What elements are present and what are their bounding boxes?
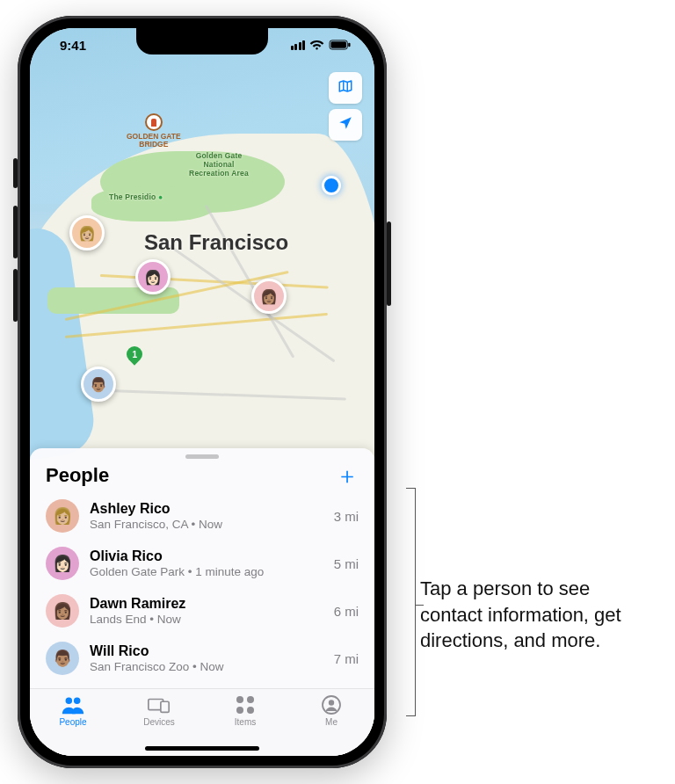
- person-name: Olivia Rico: [90, 548, 323, 565]
- svg-point-9: [236, 707, 243, 714]
- avatar-emoji: 👩🏼: [72, 218, 102, 248]
- svg-rect-1: [330, 41, 346, 47]
- devices-icon: [147, 694, 171, 715]
- home-indicator[interactable]: [145, 746, 259, 751]
- sheet-title: People: [46, 464, 109, 487]
- poi-golden-gate-bridge: GOLDEN GATE BRIDGE: [127, 113, 181, 148]
- map-person-pin[interactable]: 👩🏽: [251, 279, 287, 314]
- screen: GOLDEN GATE BRIDGE Golden Gate National …: [30, 28, 374, 756]
- person-name: Will Rico: [90, 642, 323, 660]
- people-row[interactable]: 👩🏼Ashley RicoSan Francisco, CA • Now3 mi: [30, 492, 374, 540]
- avatar: 👩🏼: [46, 499, 79, 533]
- person-subtitle: Golden Gate Park • 1 minute ago: [90, 565, 323, 580]
- tab-items[interactable]: Items: [202, 689, 288, 749]
- callout-text: Tap a person to see contact information,…: [420, 576, 649, 654]
- iphone-frame: GOLDEN GATE BRIDGE Golden Gate National …: [18, 16, 387, 768]
- power-button: [387, 221, 391, 306]
- people-icon: [61, 694, 85, 715]
- poi-ggb-l2: BRIDGE: [127, 141, 181, 149]
- map-city-label: San Francisco: [144, 230, 288, 255]
- person-subtitle: San Francisco, CA • Now: [90, 518, 323, 533]
- tab-people[interactable]: People: [30, 689, 116, 749]
- map-person-pin[interactable]: 👨🏽: [81, 367, 116, 402]
- avatar: 👩🏻: [46, 547, 79, 580]
- notch: [136, 28, 268, 54]
- person-subtitle: Lands End • Now: [90, 613, 323, 628]
- items-icon: [233, 694, 258, 715]
- map-icon: [337, 78, 354, 98]
- wifi-icon: [309, 40, 324, 50]
- person-distance: 3 mi: [334, 509, 359, 524]
- location-arrow-icon: [338, 115, 353, 134]
- tab-me-label: Me: [325, 717, 338, 727]
- avatar-emoji: 👩🏻: [138, 262, 168, 292]
- svg-point-4: [74, 698, 80, 704]
- person-distance: 7 mi: [334, 651, 359, 666]
- map-mode-button[interactable]: [329, 72, 362, 104]
- tab-devices-label: Devices: [143, 717, 175, 727]
- person-distance: 6 mi: [334, 604, 359, 619]
- poi-presidio: The Presidio ●: [109, 192, 163, 201]
- people-row[interactable]: 👨🏽Will RicoSan Francisco Zoo • Now7 mi: [30, 635, 374, 682]
- add-person-button[interactable]: ＋: [336, 464, 359, 487]
- tab-me[interactable]: Me: [288, 689, 374, 749]
- avatar-emoji: 👨🏽: [83, 369, 113, 399]
- svg-point-3: [66, 698, 72, 704]
- svg-point-7: [236, 696, 243, 703]
- battery-icon: [329, 40, 352, 50]
- svg-rect-2: [348, 43, 350, 47]
- people-row[interactable]: 👩🏽Dawn RamirezLands End • Now6 mi: [30, 587, 374, 635]
- cellular-signal-icon: [291, 40, 306, 50]
- sheet-grabber[interactable]: [185, 454, 219, 459]
- svg-point-8: [247, 696, 254, 703]
- my-location-dot: [322, 176, 341, 195]
- tab-devices[interactable]: Devices: [116, 689, 202, 749]
- avatar-emoji: 👩🏽: [254, 281, 284, 311]
- person-name: Dawn Ramirez: [90, 595, 323, 613]
- svg-point-10: [247, 707, 254, 714]
- locate-me-button[interactable]: [329, 109, 362, 141]
- svg-point-12: [329, 700, 334, 705]
- avatar: 👩🏽: [46, 594, 79, 628]
- tab-people-label: People: [59, 717, 86, 727]
- map-person-pin[interactable]: 👩🏼: [69, 215, 105, 250]
- person-name: Ashley Rico: [90, 500, 323, 518]
- me-icon: [319, 694, 344, 715]
- plus-icon: ＋: [336, 462, 359, 489]
- map-person-pin[interactable]: 👩🏻: [135, 259, 171, 294]
- avatar: 👨🏽: [46, 642, 79, 675]
- poi-ggnra: Golden Gate National Recreation Area: [171, 151, 267, 178]
- person-distance: 5 mi: [334, 556, 359, 571]
- svg-rect-6: [161, 701, 169, 712]
- callout-bracket: [404, 488, 416, 716]
- status-time: 9:41: [60, 38, 86, 53]
- tab-items-label: Items: [235, 717, 256, 727]
- people-row[interactable]: 👩🏻Olivia RicoGolden Gate Park • 1 minute…: [30, 540, 374, 587]
- person-subtitle: San Francisco Zoo • Now: [90, 660, 323, 675]
